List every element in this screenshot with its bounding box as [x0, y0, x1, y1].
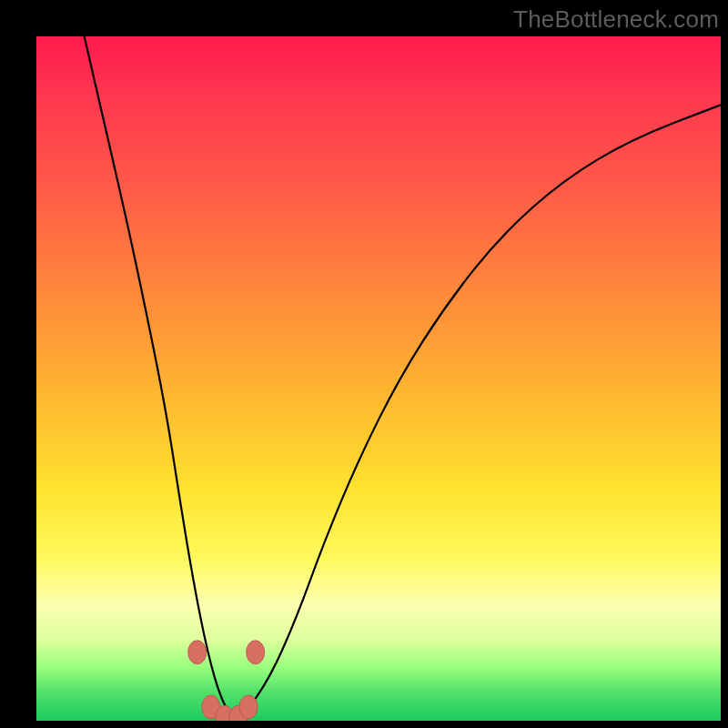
curve-marker	[247, 641, 265, 664]
watermark-text: TheBottleneck.com	[513, 5, 719, 34]
curve-markers	[188, 641, 265, 721]
curve-marker	[239, 695, 258, 719]
curve-line	[85, 36, 721, 719]
curve-marker	[188, 641, 207, 664]
bottleneck-curve	[36, 36, 721, 721]
plot-area	[36, 36, 721, 721]
chart-frame: TheBottleneck.com	[0, 0, 728, 728]
